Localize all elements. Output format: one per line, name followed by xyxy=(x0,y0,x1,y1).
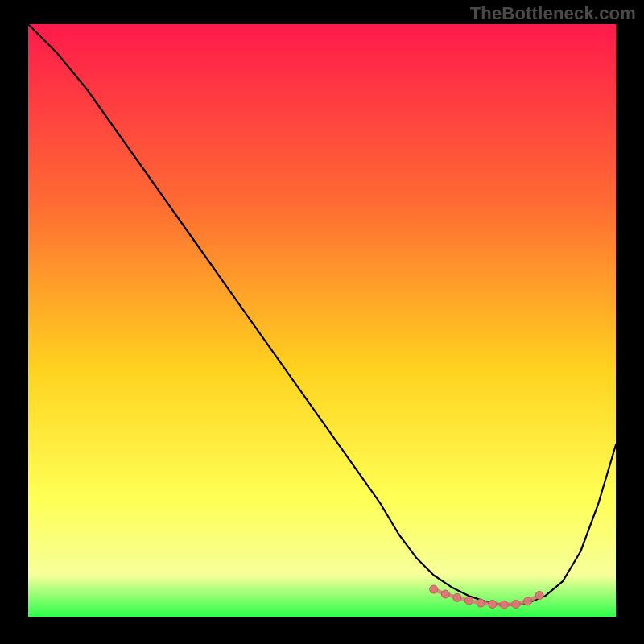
marker-dot xyxy=(512,601,520,609)
marker-dot xyxy=(441,590,449,598)
bottleneck-chart xyxy=(28,24,616,617)
plot-area xyxy=(28,24,616,617)
gradient-background xyxy=(28,24,616,617)
watermark-text: TheBottleneck.com xyxy=(470,3,636,24)
marker-dot xyxy=(477,599,485,607)
marker-dot xyxy=(489,601,497,609)
marker-dot xyxy=(524,597,532,605)
marker-dot xyxy=(430,585,438,593)
marker-dot xyxy=(500,601,508,609)
marker-dot xyxy=(465,597,473,605)
marker-dot xyxy=(535,592,543,600)
marker-dot xyxy=(453,593,461,601)
chart-frame: TheBottleneck.com xyxy=(0,0,644,644)
